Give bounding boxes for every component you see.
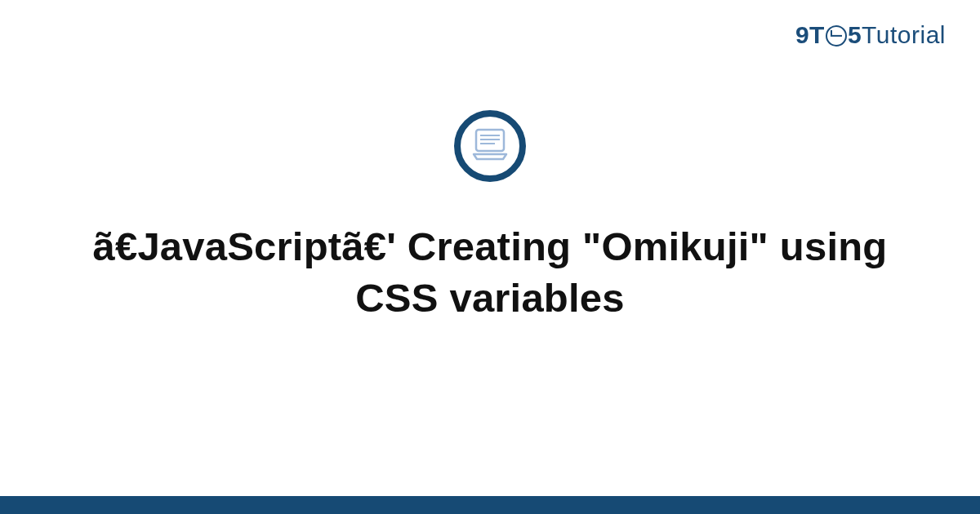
brand-text-9t: 9T [795, 21, 825, 49]
footer-accent-bar [0, 496, 980, 514]
laptop-icon [470, 126, 510, 166]
category-badge [454, 110, 526, 182]
brand-text-5: 5 [848, 21, 862, 49]
site-brand: 9T 5 Tutorial [795, 21, 946, 49]
article-title: ã€JavaScriptã€' Creating "Omikuji" using… [82, 221, 898, 323]
brand-text-tutorial: Tutorial [862, 21, 946, 49]
main-content: ã€JavaScriptã€' Creating "Omikuji" using… [0, 110, 980, 323]
clock-icon [826, 25, 847, 47]
